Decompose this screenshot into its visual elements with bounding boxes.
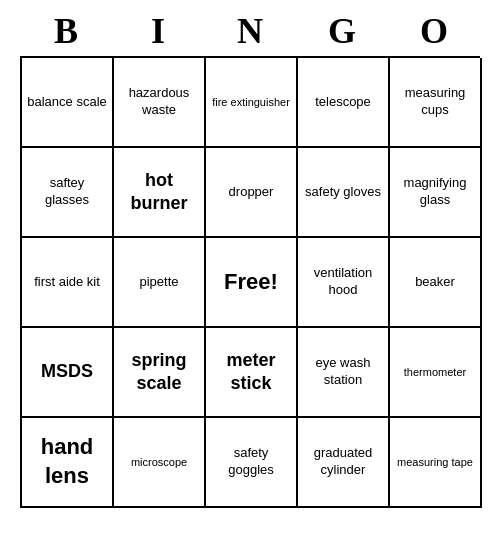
- bingo-cell-6: hot burner: [114, 148, 206, 238]
- cell-text-14: beaker: [415, 274, 455, 291]
- bingo-cell-14: beaker: [390, 238, 482, 328]
- cell-text-10: first aide kit: [34, 274, 100, 291]
- bingo-cell-23: graduated cylinder: [298, 418, 390, 508]
- letter-g: G: [296, 10, 388, 52]
- cell-text-6: hot burner: [118, 169, 200, 216]
- bingo-cell-20: hand lens: [22, 418, 114, 508]
- cell-text-22: safety goggles: [210, 445, 292, 479]
- bingo-cell-15: MSDS: [22, 328, 114, 418]
- bingo-cell-8: safety gloves: [298, 148, 390, 238]
- cell-text-20: hand lens: [26, 433, 108, 490]
- cell-text-15: MSDS: [41, 360, 93, 383]
- bingo-cell-18: eye wash station: [298, 328, 390, 418]
- cell-text-7: dropper: [229, 184, 274, 201]
- bingo-cell-2: fire extinguisher: [206, 58, 298, 148]
- bingo-cell-3: telescope: [298, 58, 390, 148]
- bingo-cell-5: saftey glasses: [22, 148, 114, 238]
- bingo-cell-12: Free!: [206, 238, 298, 328]
- cell-text-11: pipette: [139, 274, 178, 291]
- cell-text-17: meter stick: [210, 349, 292, 396]
- bingo-cell-17: meter stick: [206, 328, 298, 418]
- bingo-cell-11: pipette: [114, 238, 206, 328]
- bingo-cell-22: safety goggles: [206, 418, 298, 508]
- cell-text-0: balance scale: [27, 94, 107, 111]
- bingo-cell-1: hazardous waste: [114, 58, 206, 148]
- cell-text-24: measuring tape: [397, 455, 473, 469]
- bingo-cell-21: microscope: [114, 418, 206, 508]
- bingo-cell-7: dropper: [206, 148, 298, 238]
- bingo-cell-9: magnifying glass: [390, 148, 482, 238]
- cell-text-12: Free!: [224, 268, 278, 297]
- cell-text-21: microscope: [131, 455, 187, 469]
- bingo-cell-13: ventilation hood: [298, 238, 390, 328]
- cell-text-13: ventilation hood: [302, 265, 384, 299]
- cell-text-23: graduated cylinder: [302, 445, 384, 479]
- bingo-cell-0: balance scale: [22, 58, 114, 148]
- bingo-header: B I N G O: [20, 10, 480, 52]
- cell-text-16: spring scale: [118, 349, 200, 396]
- cell-text-4: measuring cups: [394, 85, 476, 119]
- letter-n: N: [204, 10, 296, 52]
- bingo-cell-16: spring scale: [114, 328, 206, 418]
- cell-text-5: saftey glasses: [26, 175, 108, 209]
- bingo-grid: balance scalehazardous wastefire extingu…: [20, 56, 480, 508]
- letter-b: B: [20, 10, 112, 52]
- cell-text-8: safety gloves: [305, 184, 381, 201]
- bingo-cell-19: thermometer: [390, 328, 482, 418]
- cell-text-9: magnifying glass: [394, 175, 476, 209]
- letter-i: I: [112, 10, 204, 52]
- cell-text-3: telescope: [315, 94, 371, 111]
- bingo-cell-10: first aide kit: [22, 238, 114, 328]
- bingo-cell-4: measuring cups: [390, 58, 482, 148]
- bingo-cell-24: measuring tape: [390, 418, 482, 508]
- cell-text-1: hazardous waste: [118, 85, 200, 119]
- letter-o: O: [388, 10, 480, 52]
- cell-text-19: thermometer: [404, 365, 466, 379]
- cell-text-2: fire extinguisher: [212, 95, 290, 109]
- cell-text-18: eye wash station: [302, 355, 384, 389]
